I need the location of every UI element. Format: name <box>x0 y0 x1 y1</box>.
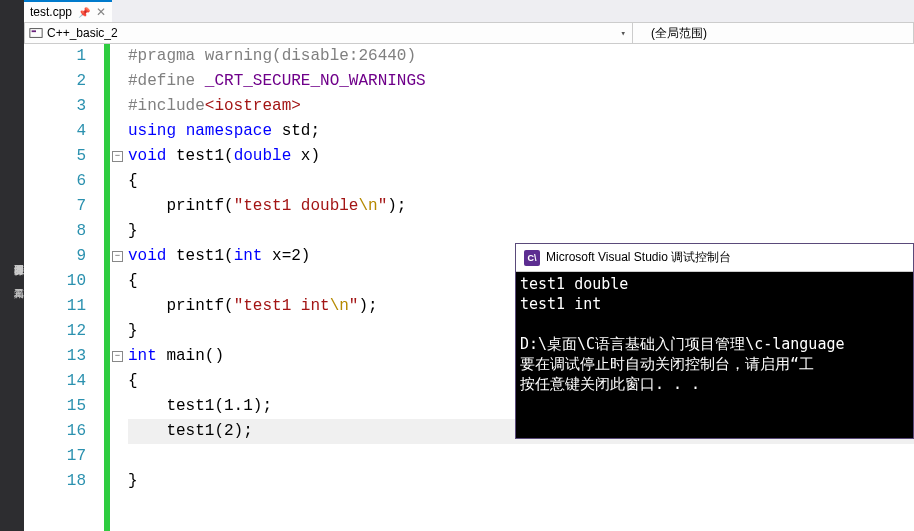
svg-rect-0 <box>30 29 42 38</box>
fold-toggle[interactable]: − <box>112 351 123 362</box>
line-number-gutter: 123456789101112131415161718 <box>24 44 104 531</box>
file-tab[interactable]: test.cpp 📌 ✕ <box>24 0 112 22</box>
svg-rect-1 <box>32 30 36 32</box>
pin-icon[interactable]: 📌 <box>78 7 90 18</box>
scope-label: (全局范围) <box>651 25 707 42</box>
tab-bar: test.cpp 📌 ✕ <box>24 0 914 22</box>
vs-icon: C\ <box>524 250 540 266</box>
debug-console-window[interactable]: C\ Microsoft Visual Studio 调试控制台 test1 d… <box>515 243 914 439</box>
project-scope-dropdown[interactable]: C++_basic_2 ▾ <box>25 23 633 43</box>
fold-column: − − − <box>110 44 128 531</box>
close-icon[interactable]: ✕ <box>96 5 106 19</box>
side-toolbar[interactable]: 服务器资源管理器 工具箱 <box>0 0 24 531</box>
console-titlebar[interactable]: C\ Microsoft Visual Studio 调试控制台 <box>516 244 913 272</box>
console-title-text: Microsoft Visual Studio 调试控制台 <box>546 249 731 266</box>
project-icon <box>29 26 43 40</box>
fold-toggle[interactable]: − <box>112 251 123 262</box>
chevron-down-icon: ▾ <box>615 28 632 39</box>
console-output: test1 double test1 int D:\桌面\C语言基础入门项目管理… <box>516 272 913 438</box>
fold-toggle[interactable]: − <box>112 151 123 162</box>
navigation-bar: C++_basic_2 ▾ (全局范围) <box>24 22 914 44</box>
project-name: C++_basic_2 <box>47 26 118 40</box>
scope-dropdown[interactable]: (全局范围) <box>633 23 913 43</box>
tab-filename: test.cpp <box>30 5 72 19</box>
